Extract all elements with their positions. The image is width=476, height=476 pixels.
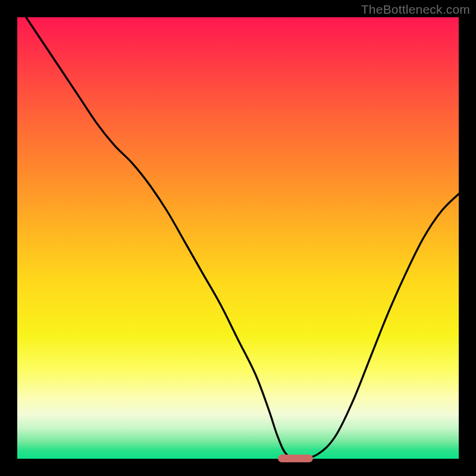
bottleneck-curve-path bbox=[26, 17, 459, 459]
optimum-marker bbox=[278, 455, 313, 462]
plot-area bbox=[17, 17, 459, 459]
watermark-text: TheBottleneck.com bbox=[361, 2, 470, 17]
curve-svg bbox=[17, 17, 459, 459]
chart-frame: TheBottleneck.com bbox=[0, 0, 476, 476]
